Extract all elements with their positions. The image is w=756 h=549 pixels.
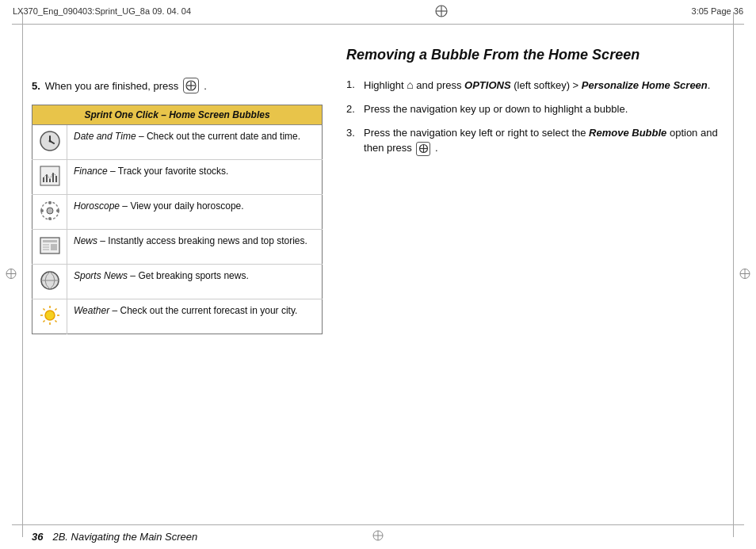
personalize-label: Personalize Home Screen bbox=[582, 79, 708, 91]
page-border-right bbox=[733, 12, 734, 537]
table-row: Horoscope – View your daily horoscope. bbox=[32, 195, 323, 230]
page-border-left bbox=[22, 12, 23, 537]
svg-point-30 bbox=[56, 209, 59, 212]
sports-desc: Get breaking sports news. bbox=[138, 270, 248, 281]
table-text-cell: News – Instantly access breaking news an… bbox=[67, 230, 323, 265]
svg-point-26 bbox=[47, 208, 53, 214]
svg-rect-33 bbox=[43, 244, 49, 246]
options-label: OPTIONS bbox=[464, 79, 511, 91]
sprint-table: Sprint One Click – Home Screen Bubbles bbox=[32, 105, 323, 334]
table-text-cell: Sports News – Get breaking sports news. bbox=[67, 265, 323, 299]
sports-bold: Sports News – bbox=[74, 270, 136, 281]
reg-mark-left bbox=[5, 267, 17, 282]
remove-bubble-label: Remove Bubble bbox=[589, 127, 666, 139]
svg-point-29 bbox=[40, 209, 44, 212]
svg-point-18 bbox=[48, 140, 51, 143]
table-text-cell: Weather – Check out the current forecast… bbox=[67, 299, 323, 334]
svg-line-44 bbox=[43, 309, 44, 311]
horoscope-bold: Horoscope – bbox=[74, 200, 128, 212]
step-1: 1. Highlight ⌂ and press OPTIONS (left s… bbox=[346, 77, 724, 93]
sports-icon bbox=[39, 269, 61, 292]
table-row: News – Instantly access breaking news an… bbox=[32, 230, 323, 265]
news-bold: News – bbox=[74, 235, 105, 246]
steps-list: 1. Highlight ⌂ and press OPTIONS (left s… bbox=[346, 77, 724, 156]
weather-desc: Check out the current forecast in your c… bbox=[120, 305, 298, 316]
weather-icon bbox=[39, 304, 61, 326]
header-center bbox=[434, 4, 449, 18]
date-time-bold: Date and Time – bbox=[74, 131, 144, 142]
date-time-desc: Check out the current date and time. bbox=[147, 131, 300, 142]
svg-line-47 bbox=[43, 321, 44, 322]
weather-bold: Weather – bbox=[74, 305, 117, 316]
step-3: 3. Press the navigation key left or righ… bbox=[346, 125, 724, 156]
table-row: Finance – Track your favorite stocks. bbox=[32, 160, 323, 195]
right-column: Removing a Bubble From the Home Screen 1… bbox=[346, 30, 724, 517]
step-1-content: Highlight ⌂ and press OPTIONS (left soft… bbox=[364, 77, 724, 93]
step-5-text: When you are finished, press bbox=[45, 80, 178, 92]
svg-point-27 bbox=[48, 201, 52, 204]
table-icon-cell bbox=[32, 230, 67, 265]
table-icon-cell bbox=[32, 125, 67, 160]
footer: 36 2B. Navigating the Main Screen bbox=[32, 531, 724, 543]
clock-icon bbox=[39, 130, 61, 152]
header-page: 3:05 Page 36 bbox=[692, 6, 743, 16]
news-desc: Instantly access breaking news and top s… bbox=[108, 235, 307, 246]
table-text-cell: Date and Time – Check out the current da… bbox=[67, 125, 323, 160]
step-2-content: Press the navigation key up or down to h… bbox=[364, 101, 724, 117]
page-number: 36 bbox=[32, 531, 43, 543]
svg-line-46 bbox=[55, 309, 56, 311]
ok-key-inline bbox=[416, 142, 430, 156]
table-row: Date and Time – Check out the current da… bbox=[32, 125, 323, 160]
step-5-period: . bbox=[204, 80, 207, 92]
left-column: 5. When you are finished, press . Sprint… bbox=[32, 30, 323, 517]
ok-key-icon bbox=[183, 78, 199, 93]
svg-rect-32 bbox=[43, 240, 57, 242]
finance-bold: Finance – bbox=[74, 166, 116, 177]
table-row: Sports News – Get breaking sports news. bbox=[32, 265, 323, 299]
table-icon-cell bbox=[32, 265, 67, 299]
step-5: 5. When you are finished, press . bbox=[32, 78, 323, 93]
table-text-cell: Finance – Track your favorite stocks. bbox=[67, 160, 323, 195]
svg-line-45 bbox=[55, 321, 56, 322]
crosshair-icon bbox=[434, 4, 449, 18]
step-3-number: 3. bbox=[346, 125, 359, 156]
table-icon-cell bbox=[32, 299, 67, 334]
header-filename: LX370_Eng_090403:Sprint_UG_8a 09. 04. 04 bbox=[13, 6, 191, 16]
svg-rect-35 bbox=[43, 249, 49, 250]
step-1-number: 1. bbox=[346, 77, 359, 93]
step-2: 2. Press the navigation key up or down t… bbox=[346, 101, 724, 117]
finance-icon bbox=[39, 165, 61, 187]
page-border-top bbox=[12, 24, 744, 25]
svg-rect-34 bbox=[43, 246, 49, 248]
horoscope-icon bbox=[39, 200, 61, 222]
header-bar: LX370_Eng_090403:Sprint_UG_8a 09. 04. 04… bbox=[0, 0, 756, 22]
step-number-5: 5. bbox=[32, 80, 40, 92]
table-icon-cell bbox=[32, 160, 67, 195]
footer-section-title: 2B. Navigating the Main Screen bbox=[52, 531, 197, 543]
main-content: 5. When you are finished, press . Sprint… bbox=[32, 30, 724, 517]
svg-point-28 bbox=[48, 217, 52, 220]
table-header: Sprint One Click – Home Screen Bubbles bbox=[32, 105, 323, 125]
finance-desc: Track your favorite stocks. bbox=[118, 166, 229, 177]
step-2-number: 2. bbox=[346, 101, 359, 117]
svg-rect-36 bbox=[51, 244, 57, 250]
news-icon bbox=[39, 234, 61, 257]
home-icon: ⌂ bbox=[407, 78, 413, 91]
svg-point-39 bbox=[45, 311, 55, 320]
table-text-cell: Horoscope – View your daily horoscope. bbox=[67, 195, 323, 230]
section-title: Removing a Bubble From the Home Screen bbox=[346, 46, 724, 64]
table-icon-cell bbox=[32, 195, 67, 230]
table-row: Weather – Check out the current forecast… bbox=[32, 299, 323, 334]
page-border-bottom bbox=[12, 524, 744, 525]
reg-mark-right bbox=[739, 267, 751, 282]
horoscope-desc: View your daily horoscope. bbox=[130, 200, 243, 212]
step-3-content: Press the navigation key left or right t… bbox=[364, 125, 724, 156]
